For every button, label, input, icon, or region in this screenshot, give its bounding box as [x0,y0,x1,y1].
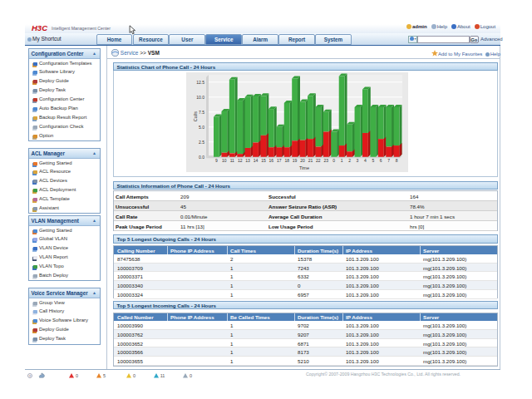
svg-text:Time: Time [299,165,309,170]
svg-text:1: 1 [341,158,343,163]
svg-text:18: 18 [284,158,289,163]
svg-text:21: 21 [308,158,313,163]
svg-text:17: 17 [277,158,282,163]
svg-text:4: 4 [364,158,367,163]
svg-text:10.0: 10.0 [196,95,204,100]
svg-text:Calls: Calls [193,111,198,121]
svg-text:12: 12 [238,158,243,163]
svg-text:7.5: 7.5 [199,110,204,115]
svg-text:19: 19 [293,158,298,163]
svg-text:0: 0 [332,158,335,163]
svg-text:0.0: 0.0 [199,155,204,160]
svg-text:5: 5 [372,158,374,163]
svg-text:11: 11 [230,158,234,163]
svg-text:20: 20 [300,158,305,163]
svg-text:23: 23 [323,158,328,163]
svg-text:22: 22 [316,158,321,163]
svg-text:5.0: 5.0 [199,125,204,130]
svg-text:6: 6 [380,158,382,163]
svg-text:2.5: 2.5 [199,140,204,145]
svg-text:7: 7 [387,158,390,163]
svg-text:12.5: 12.5 [196,80,204,85]
svg-text:8: 8 [396,158,398,163]
svg-text:10: 10 [222,158,227,163]
svg-text:14: 14 [254,158,259,163]
svg-text:15: 15 [261,158,266,163]
svg-text:9: 9 [215,158,218,163]
svg-text:3: 3 [357,158,359,163]
svg-text:16: 16 [269,158,274,163]
svg-text:2: 2 [348,158,351,163]
svg-text:13: 13 [245,158,250,163]
